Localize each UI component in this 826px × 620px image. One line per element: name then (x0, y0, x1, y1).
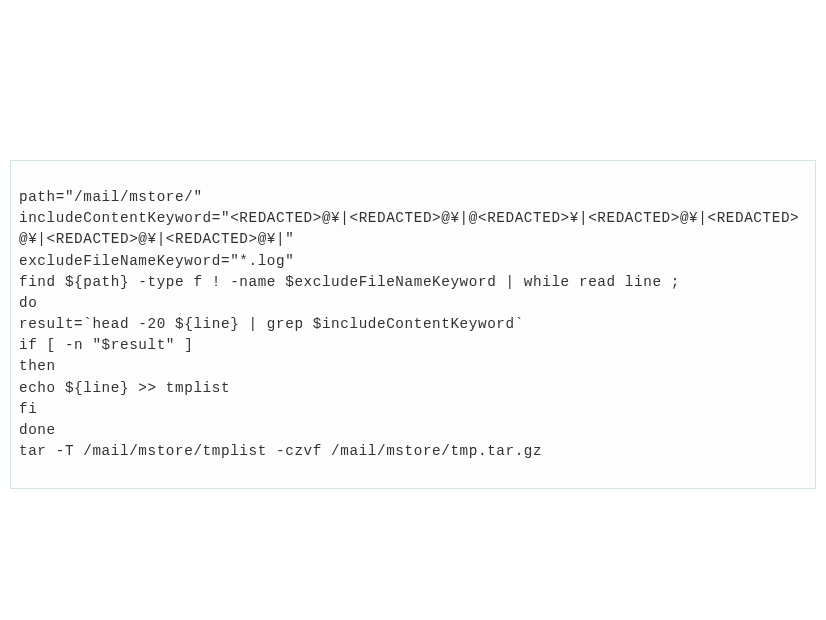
code-block: path="/mail/mstore/"includeContentKeywor… (10, 160, 816, 489)
code-line: excludeFileNameKeyword="*.log" (19, 251, 807, 272)
code-line: tar -T /mail/mstore/tmplist -czvf /mail/… (19, 441, 807, 462)
code-line: if [ -n "$result" ] (19, 335, 807, 356)
code-line: path="/mail/mstore/" (19, 187, 807, 208)
code-line: done (19, 420, 807, 441)
code-line: includeContentKeyword="<REDACTED>@¥|<RED… (19, 208, 807, 250)
code-line: do (19, 293, 807, 314)
code-line: fi (19, 399, 807, 420)
code-line: find ${path} -type f ! -name $excludeFil… (19, 272, 807, 293)
code-line: then (19, 356, 807, 377)
code-line: echo ${line} >> tmplist (19, 378, 807, 399)
code-line: result=`head -20 ${line} | grep $include… (19, 314, 807, 335)
